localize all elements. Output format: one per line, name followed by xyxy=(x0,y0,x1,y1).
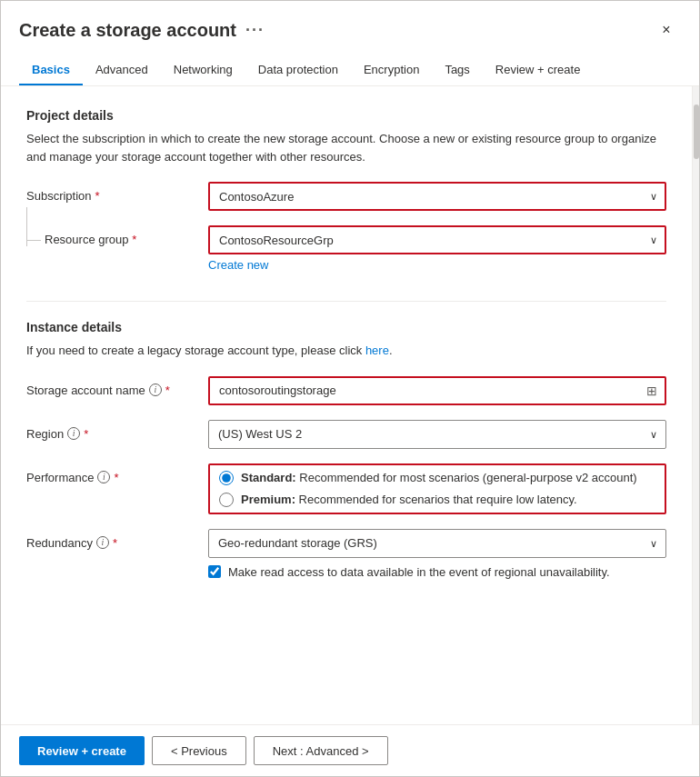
tab-advanced[interactable]: Advanced xyxy=(83,55,161,85)
review-create-button[interactable]: Review + create xyxy=(19,736,145,765)
main-content: Project details Select the subscription … xyxy=(1,86,692,724)
subscription-select-wrapper: ContosoAzure ∨ xyxy=(208,182,666,211)
tab-networking[interactable]: Networking xyxy=(161,55,245,85)
project-details-section: Project details Select the subscription … xyxy=(26,108,666,272)
region-select-wrapper: (US) West US 2 ∨ xyxy=(208,420,666,449)
resource-group-label-col: Resource group * xyxy=(26,225,208,246)
performance-premium-option[interactable]: Premium: Recommended for scenarios that … xyxy=(219,493,655,507)
resource-group-select-wrapper: ContosoResourceGrp ∨ xyxy=(208,225,666,254)
performance-label-col: Performance i * xyxy=(26,463,208,484)
dialog-title-dots: ··· xyxy=(245,21,265,40)
scrollbar-thumb[interactable] xyxy=(694,105,699,159)
geo-access-checkbox-label[interactable]: Make read access to data available in th… xyxy=(208,565,666,579)
storage-account-name-required: * xyxy=(165,384,170,397)
dialog-footer: Review + create < Previous Next : Advanc… xyxy=(1,724,699,776)
geo-access-checkbox[interactable] xyxy=(208,565,221,578)
storage-account-name-label: Storage account name xyxy=(26,384,145,397)
redundancy-label: Redundancy xyxy=(26,536,93,550)
subscription-label-col: Subscription * xyxy=(26,182,208,203)
subscription-required: * xyxy=(95,189,100,203)
storage-account-name-label-col: Storage account name i * xyxy=(26,376,208,397)
region-label: Region xyxy=(26,427,64,441)
redundancy-select-wrapper: Geo-redundant storage (GRS) ∨ xyxy=(208,529,666,558)
performance-info-icon[interactable]: i xyxy=(97,471,110,483)
instance-details-title: Instance details xyxy=(26,320,666,334)
region-info-icon[interactable]: i xyxy=(67,427,80,440)
resource-group-required: * xyxy=(132,233,136,246)
region-required: * xyxy=(84,427,88,441)
performance-premium-radio[interactable] xyxy=(219,493,234,507)
performance-standard-label: Standard: Recommended for most scenarios… xyxy=(241,471,637,484)
tab-bar: Basics Advanced Networking Data protecti… xyxy=(1,45,699,86)
region-row: Region i * (US) West US 2 ∨ xyxy=(26,420,666,449)
tab-encryption[interactable]: Encryption xyxy=(351,55,432,85)
project-details-description: Select the subscription in which to crea… xyxy=(26,130,666,165)
next-button[interactable]: Next : Advanced > xyxy=(254,736,388,765)
region-select[interactable]: (US) West US 2 xyxy=(208,420,666,449)
content-area: Project details Select the subscription … xyxy=(1,86,699,724)
dialog-header: Create a storage account ··· × xyxy=(1,1,699,45)
legacy-storage-link[interactable]: here xyxy=(365,344,389,357)
subscription-control: ContosoAzure ∨ xyxy=(208,182,666,211)
region-label-col: Region i * xyxy=(26,420,208,441)
resource-group-select[interactable]: ContosoResourceGrp xyxy=(208,225,666,254)
previous-button[interactable]: < Previous xyxy=(152,736,246,765)
tab-basics[interactable]: Basics xyxy=(19,55,83,85)
redundancy-row: Redundancy i * Geo-redundant storage (GR… xyxy=(26,529,666,579)
close-button[interactable]: × xyxy=(652,15,681,45)
subscription-select[interactable]: ContosoAzure xyxy=(208,182,666,211)
close-icon: × xyxy=(662,22,670,38)
performance-label: Performance xyxy=(26,471,94,484)
resource-group-row: Resource group * ContosoResourceGrp ∨ Cr… xyxy=(26,225,666,272)
instance-details-description: If you need to create a legacy storage a… xyxy=(26,342,666,360)
create-new-link[interactable]: Create new xyxy=(208,258,268,272)
instance-details-section: Instance details If you need to create a… xyxy=(26,320,666,579)
create-storage-account-dialog: Create a storage account ··· × Basics Ad… xyxy=(0,0,700,777)
section-divider xyxy=(26,301,666,302)
scrollbar-track[interactable] xyxy=(692,86,699,724)
performance-standard-option[interactable]: Standard: Recommended for most scenarios… xyxy=(219,471,655,485)
project-details-title: Project details xyxy=(26,108,666,123)
storage-account-name-edit-icon: ⊞ xyxy=(646,384,657,398)
resource-group-label: Resource group xyxy=(45,233,129,246)
instance-desc-suffix: . xyxy=(389,344,393,357)
subscription-row: Subscription * ContosoAzure ∨ xyxy=(26,182,666,211)
redundancy-required: * xyxy=(113,536,117,550)
storage-account-name-info-icon[interactable]: i xyxy=(149,384,162,396)
performance-radio-group: Standard: Recommended for most scenarios… xyxy=(219,471,655,507)
storage-account-name-input-wrapper: ⊞ xyxy=(208,376,666,405)
resource-group-control: ContosoResourceGrp ∨ Create new xyxy=(208,225,666,272)
redundancy-label-col: Redundancy i * xyxy=(26,529,208,550)
storage-account-name-control: ⊞ xyxy=(208,376,666,405)
tab-review-create[interactable]: Review + create xyxy=(483,55,594,85)
tab-tags[interactable]: Tags xyxy=(432,55,482,85)
subscription-label: Subscription xyxy=(26,189,92,203)
redundancy-info-icon[interactable]: i xyxy=(96,536,109,549)
region-control: (US) West US 2 ∨ xyxy=(208,420,666,449)
performance-standard-radio[interactable] xyxy=(219,471,234,485)
storage-account-name-input[interactable] xyxy=(208,376,666,405)
geo-access-label: Make read access to data available in th… xyxy=(228,565,610,579)
redundancy-control: Geo-redundant storage (GRS) ∨ Make read … xyxy=(208,529,666,579)
performance-premium-label: Premium: Recommended for scenarios that … xyxy=(241,493,577,506)
performance-radio-wrapper: Standard: Recommended for most scenarios… xyxy=(208,463,666,514)
dialog-title-text: Create a storage account xyxy=(19,20,236,41)
redundancy-select[interactable]: Geo-redundant storage (GRS) xyxy=(208,529,666,558)
performance-required: * xyxy=(114,471,118,484)
instance-desc-prefix: If you need to create a legacy storage a… xyxy=(26,344,365,357)
tab-data-protection[interactable]: Data protection xyxy=(245,55,351,85)
storage-account-name-row: Storage account name i * ⊞ xyxy=(26,376,666,405)
performance-control: Standard: Recommended for most scenarios… xyxy=(208,463,666,514)
dialog-title: Create a storage account ··· xyxy=(19,20,265,41)
performance-row: Performance i * Standard: Recommended fo… xyxy=(26,463,666,514)
